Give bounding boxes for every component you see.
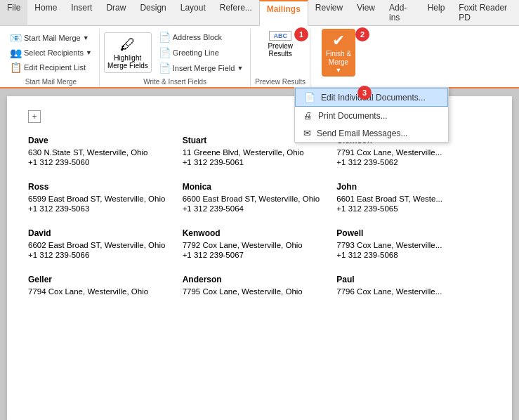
finish-merge-button[interactable]: ✔ Finish &Merge ▼	[322, 29, 355, 77]
greeting-line-label: Greeting Line	[173, 48, 219, 57]
contact-phone: +1 312 239-5065	[336, 204, 484, 213]
tab-references[interactable]: Refere...	[213, 0, 259, 25]
group-write-insert: 🖊 HighlightMerge Fields 📄 Address Block …	[100, 29, 251, 87]
greeting-line-icon: 📄	[159, 47, 171, 58]
send-email-item[interactable]: ✉ Send Email Messages...	[295, 124, 448, 142]
tab-design[interactable]: Design	[133, 0, 173, 25]
contact-name: Kenwood	[183, 228, 330, 238]
contact-address: 6599 East Broad ST, Westerville, Ohio	[28, 195, 176, 203]
greeting-line-button[interactable]: 📄 Greeting Line	[156, 46, 247, 60]
contact-name: John	[336, 182, 484, 192]
contact-address: 7793 Cox Lane, Westerville...	[336, 241, 484, 249]
tab-file[interactable]: File	[0, 0, 27, 25]
select-recipients-button[interactable]: 👥 Select Recipients ▼	[7, 46, 95, 60]
contact-cell: Geller7794 Cox Lane, Westerville, Ohio	[28, 269, 183, 303]
contact-cell: John6601 East Broad ST, Weste...+1 312 2…	[336, 176, 491, 223]
insert-merge-arrow-icon: ▼	[237, 65, 243, 72]
highlight-label: HighlightMerge Fields	[107, 54, 148, 70]
send-email-icon: ✉	[303, 128, 311, 138]
tab-foxit[interactable]: Foxit Reader PD	[452, 0, 519, 25]
contact-cell: Paul7796 Cox Lane, Westerville...	[336, 269, 491, 303]
contact-address: 6602 East Broad ST, Westerville, Ohio	[28, 241, 176, 249]
start-mail-merge-button[interactable]: 📧 Start Mail Merge ▼	[7, 31, 95, 45]
finish-merge-icon: ✔	[332, 32, 345, 50]
dropdown-arrow-icon: ▼	[83, 34, 89, 41]
tab-view[interactable]: View	[350, 0, 382, 25]
contact-cell: Ross6599 East Broad ST, Westerville, Ohi…	[28, 176, 183, 223]
contact-address: 6601 East Broad ST, Weste...	[336, 195, 484, 203]
print-documents-label: Print Documents...	[318, 111, 388, 121]
contact-name: Dave	[28, 136, 176, 145]
contact-address: 11 Greene Blvd, Westerville, Ohio	[183, 148, 330, 157]
tab-addins[interactable]: Add-ins	[382, 0, 421, 25]
preview-results-label: PreviewResults	[268, 42, 293, 58]
print-docs-icon: 🖨	[303, 110, 313, 121]
document-page: + Dave630 N.State ST, Westerville, Ohio+…	[7, 96, 512, 420]
group-start-mail-merge: 📧 Start Mail Merge ▼ 👥 Select Recipients…	[3, 29, 100, 87]
contact-phone: +1 312 239-5064	[183, 204, 330, 213]
select-recipients-icon: 👥	[10, 47, 22, 58]
contact-name: Powell	[336, 228, 484, 238]
edit-recipient-list-button[interactable]: 📋 Edit Recipient List	[7, 60, 95, 74]
finish-merge-dropdown: 📄 Edit Individual Documents... 🖨 Print D…	[294, 87, 449, 143]
tab-mailings[interactable]: Mailings	[259, 0, 308, 26]
contact-address: 7796 Cox Lane, Westerville...	[336, 287, 484, 296]
tab-review[interactable]: Review	[308, 0, 350, 25]
group-start-label: Start Mail Merge	[25, 77, 77, 87]
edit-individual-docs-label: Edit Individual Documents...	[321, 93, 426, 103]
edit-list-icon: 📋	[10, 62, 22, 73]
finish-merge-label: Finish &Merge	[326, 50, 351, 67]
address-block-icon: 📄	[159, 32, 171, 43]
start-mail-merge-label: Start Mail Merge	[24, 34, 81, 42]
contacts-grid: Dave630 N.State ST, Westerville, Ohio+1 …	[28, 130, 491, 303]
contact-cell: Dave630 N.State ST, Westerville, Ohio+1 …	[28, 130, 183, 176]
contact-address: 7794 Cox Lane, Westerville, Ohio	[28, 287, 176, 296]
badge-2: 2	[355, 27, 369, 41]
tab-home[interactable]: Home	[27, 0, 64, 25]
add-icon[interactable]: +	[28, 110, 41, 123]
contact-address: 7791 Cox Lane, Westerville...	[336, 148, 484, 157]
abc-preview-label: ABC	[269, 31, 291, 41]
contact-phone: +1 312 239-5066	[28, 251, 176, 259]
address-block-button[interactable]: 📄 Address Block	[156, 30, 247, 44]
badge-1: 1	[294, 27, 308, 41]
edit-individual-docs-item[interactable]: 📄 Edit Individual Documents...	[295, 88, 448, 107]
contact-name: Anderson	[183, 275, 330, 284]
ribbon-tabs: File Home Insert Draw Design Layout Refe…	[0, 0, 519, 26]
tab-insert[interactable]: Insert	[64, 0, 99, 25]
tab-help[interactable]: Help	[421, 0, 452, 25]
tab-draw[interactable]: Draw	[99, 0, 133, 25]
contact-phone: +1 312 239-5060	[28, 158, 176, 166]
contact-name: Monica	[183, 182, 330, 192]
tab-layout[interactable]: Layout	[173, 0, 213, 25]
group-preview-results: 1 ABC PreviewResults Preview Results	[251, 29, 310, 87]
contact-cell: David6602 East Broad ST, Westerville, Oh…	[28, 223, 183, 269]
contact-phone: +1 312 239-5062	[336, 158, 484, 166]
print-documents-item[interactable]: 🖨 Print Documents...	[295, 107, 448, 124]
dropdown-arrow2-icon: ▼	[86, 49, 92, 56]
contact-phone: +1 312 239-5061	[183, 158, 330, 166]
group-write-label: Write & Insert Fields	[143, 77, 206, 87]
group-finish-merge: 2 ✔ Finish &Merge ▼	[310, 29, 367, 87]
group-preview-label: Preview Results	[255, 77, 306, 87]
contact-address: 6600 East Broad ST, Westerville, Ohio	[183, 195, 330, 203]
preview-results-button[interactable]: ABC PreviewResults	[263, 29, 297, 60]
contact-name: David	[28, 228, 176, 238]
group-finish-label	[338, 77, 340, 87]
contact-phone: +1 312 239-5067	[183, 251, 330, 259]
contact-phone: +1 312 239-5068	[336, 251, 484, 259]
mail-merge-icon: 📧	[10, 32, 22, 44]
edit-recipient-label: Edit Recipient List	[24, 63, 86, 72]
contact-address: 7795 Cox Lane, Westerville, Ohio	[183, 287, 330, 296]
contact-cell: Powell7793 Cox Lane, Westerville...+1 31…	[336, 223, 491, 269]
contact-name: Paul	[336, 275, 484, 284]
contact-address: 630 N.State ST, Westerville, Ohio	[28, 148, 176, 157]
contact-name: Ross	[28, 182, 176, 192]
insert-merge-field-button[interactable]: 📄 Insert Merge Field ▼	[156, 61, 247, 75]
highlight-merge-fields-button[interactable]: 🖊 HighlightMerge Fields	[104, 32, 152, 73]
finish-merge-arrow-icon: ▼	[336, 67, 342, 74]
insert-merge-label: Insert Merge Field	[173, 64, 235, 72]
ribbon-content: 📧 Start Mail Merge ▼ 👥 Select Recipients…	[0, 26, 519, 88]
ribbon: File Home Insert Draw Design Layout Refe…	[0, 0, 519, 89]
select-recipients-label: Select Recipients	[24, 48, 84, 57]
